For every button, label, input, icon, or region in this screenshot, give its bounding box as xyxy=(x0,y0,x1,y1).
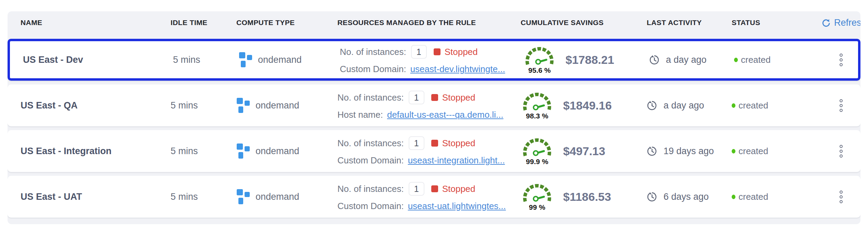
rules-table: NAME IDLE TIME COMPUTE TYPE RESOURCES MA… xyxy=(8,11,860,224)
row-actions-button[interactable] xyxy=(838,51,845,68)
compute-type-icon xyxy=(236,189,250,205)
compute-type-value: ondemand xyxy=(256,146,299,157)
stopped-icon xyxy=(434,48,441,55)
instances-label: No. of instances: xyxy=(337,138,404,149)
stopped-icon xyxy=(431,185,438,192)
savings-percent: 99.9 % xyxy=(526,158,548,166)
resource-link[interactable]: useast-integration.light... xyxy=(408,155,505,166)
column-header-cumulative-savings: CUMULATIVE SAVINGS xyxy=(521,19,647,27)
savings-gauge: 98.3 % xyxy=(521,91,554,120)
compute-type-value: ondemand xyxy=(256,100,299,111)
instance-state: Stopped xyxy=(442,92,475,103)
instance-state: Stopped xyxy=(442,138,475,149)
resource-label: Custom Domain: xyxy=(337,155,404,166)
status-dot xyxy=(732,103,735,108)
status-dot xyxy=(732,149,735,153)
status-dot xyxy=(732,195,735,199)
kebab-menu-icon xyxy=(840,145,843,158)
refresh-icon xyxy=(821,18,831,27)
savings-gauge: 99 % xyxy=(521,182,554,211)
column-header-compute-type: COMPUTE TYPE xyxy=(236,19,337,27)
savings-percent: 99 % xyxy=(529,203,545,211)
resource-label: Custom Domain: xyxy=(337,201,404,211)
refresh-button[interactable]: Refresh xyxy=(821,18,860,28)
status-value: created xyxy=(739,192,768,202)
resource-label: Custom Domain: xyxy=(340,64,406,74)
table-row[interactable]: US East - Integration 5 mins ondemand No… xyxy=(8,130,860,172)
compute-type-value: ondemand xyxy=(258,55,302,65)
column-header-name: NAME xyxy=(8,19,171,27)
savings-percent: 98.3 % xyxy=(526,112,548,120)
last-activity-value: a day ago xyxy=(666,55,707,65)
instances-label: No. of instances: xyxy=(337,184,404,194)
last-activity-value: 6 days ago xyxy=(664,192,709,202)
idle-time-value: 5 mins xyxy=(171,100,236,111)
last-activity-value: 19 days ago xyxy=(664,146,714,157)
idle-time-value: 5 mins xyxy=(171,146,236,157)
instance-count: 1 xyxy=(409,136,424,150)
savings-amount: $497.13 xyxy=(563,145,605,158)
rule-name: US East - UAT xyxy=(8,192,171,202)
column-header-idle-time: IDLE TIME xyxy=(171,19,236,27)
row-actions-button[interactable] xyxy=(838,97,845,114)
savings-gauge-icon xyxy=(523,45,556,66)
last-activity-value: a day ago xyxy=(664,100,704,111)
savings-gauge: 99.9 % xyxy=(521,137,554,166)
table-row[interactable]: US East - QA 5 mins ondemand No. of inst… xyxy=(8,84,860,126)
status-value: created xyxy=(739,100,768,111)
refresh-label: Refresh xyxy=(834,18,860,28)
instances-label: No. of instances: xyxy=(340,47,406,57)
savings-amount: $1788.21 xyxy=(566,53,614,67)
stopped-icon xyxy=(431,94,438,101)
idle-time-value: 5 mins xyxy=(171,192,236,202)
resource-link[interactable]: default-us-east---qa.demo.li... xyxy=(387,110,504,120)
rule-name: US East - Dev xyxy=(10,55,173,65)
stopped-icon xyxy=(431,140,438,147)
status-dot xyxy=(734,58,738,62)
idle-time-value: 5 mins xyxy=(173,55,239,65)
table-row[interactable]: US East - UAT 5 mins ondemand No. of ins… xyxy=(8,176,860,218)
savings-gauge-icon xyxy=(521,182,554,203)
column-header-last-activity: LAST ACTIVITY xyxy=(647,19,732,27)
resource-label: Host name: xyxy=(337,110,383,120)
column-header-status: STATUS xyxy=(732,19,821,27)
resource-link[interactable]: useast-uat.lightwingtes... xyxy=(408,201,506,211)
history-icon xyxy=(647,100,657,111)
instance-count: 1 xyxy=(409,182,424,196)
savings-percent: 95.6 % xyxy=(528,66,550,74)
compute-type-icon xyxy=(239,52,252,68)
compute-type-icon xyxy=(236,97,250,113)
compute-type-icon xyxy=(236,143,250,159)
savings-amount: $1849.16 xyxy=(563,99,612,112)
kebab-menu-icon xyxy=(840,99,843,112)
table-header-row: NAME IDLE TIME COMPUTE TYPE RESOURCES MA… xyxy=(8,11,860,34)
instance-count: 1 xyxy=(409,91,424,104)
table-body: US East - Dev 5 mins ondemand No. of ins… xyxy=(8,39,860,218)
compute-type-value: ondemand xyxy=(256,192,299,202)
row-actions-button[interactable] xyxy=(838,188,845,205)
savings-gauge-icon xyxy=(521,91,554,112)
status-value: created xyxy=(741,55,771,65)
column-header-resources: RESOURCES MANAGED BY THE RULE xyxy=(337,19,521,27)
rule-name: US East - Integration xyxy=(8,146,171,157)
savings-gauge: 95.6 % xyxy=(523,45,556,74)
table-row[interactable]: US East - Dev 5 mins ondemand No. of ins… xyxy=(8,39,860,81)
instance-state: Stopped xyxy=(445,47,478,57)
instances-label: No. of instances: xyxy=(337,92,404,103)
rule-name: US East - QA xyxy=(8,100,171,111)
history-icon xyxy=(647,192,657,202)
resource-link[interactable]: useast-dev.lightwingte... xyxy=(410,64,505,74)
history-icon xyxy=(647,146,657,157)
savings-amount: $1186.53 xyxy=(563,190,611,204)
status-value: created xyxy=(739,146,768,157)
kebab-menu-icon xyxy=(840,54,843,66)
instance-count: 1 xyxy=(411,45,427,59)
instance-state: Stopped xyxy=(442,184,475,194)
savings-gauge-icon xyxy=(521,137,554,157)
history-icon xyxy=(649,55,660,65)
kebab-menu-icon xyxy=(840,191,843,203)
row-actions-button[interactable] xyxy=(838,143,845,160)
